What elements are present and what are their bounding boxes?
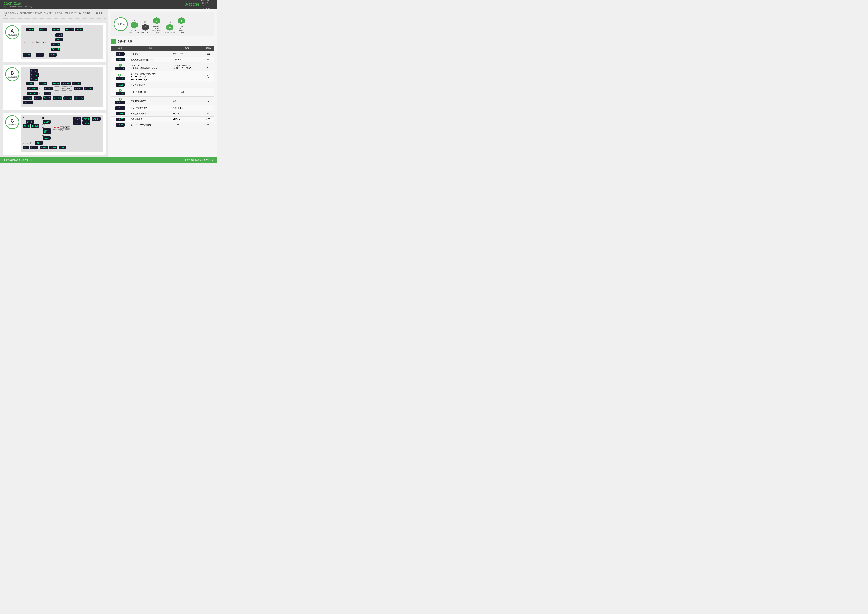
lcd-5c4: 5c: 4: [43, 96, 51, 100]
desc-cell: 选择Star-Delta电机使用: [129, 122, 172, 127]
lcd-ar5: Ar: 5.: [91, 117, 101, 121]
up-button-c[interactable]: ▲UP: [60, 126, 65, 129]
b-row-label-4: 4): [39, 93, 42, 95]
product-num-5: 5): [181, 14, 182, 16]
arrow-c-l: ←: [54, 126, 56, 129]
b-row-label-1: 1): [23, 88, 26, 90]
range-cell: 50, 60: [172, 111, 202, 116]
arrow-icon-b: →: [23, 82, 25, 85]
sub-items: 1) ct5Et 3) Pr: 1 5Ec: 1: [51, 33, 64, 52]
up-button[interactable]: ▲UP: [36, 41, 41, 43]
section-b-block: B 电流相关设置 tccth tcc:ln tccno →: [3, 65, 106, 110]
product-num-3: 3): [156, 14, 158, 16]
section-c-letter: C: [11, 118, 14, 123]
range-cell: YE, no: [172, 122, 202, 127]
desc-cell: 设定密码: [129, 51, 172, 57]
section-a-nav-row: ← → →→ ▲UP ▼DN 1) ct5Et: [23, 33, 101, 52]
mode-lcd: E7 Et: [116, 77, 125, 80]
up-button-b[interactable]: ▲UP: [61, 87, 66, 90]
mode-cell: F5oFF: [111, 116, 129, 122]
mode-cell: Ph3Ph: [111, 57, 129, 62]
section-c-content: A → 595cF tE5t FduLt B 1 5Et C-❶: [21, 115, 103, 152]
mode-lcd: 5d no: [116, 123, 125, 127]
lcd-lfd: LFd: [23, 146, 29, 149]
desc-cell: 设定1次侧CT比率: [129, 88, 172, 96]
hexagon-4: 4: [166, 24, 174, 31]
lcd-jh4: Jh: 4: [34, 96, 42, 100]
dn-button-b[interactable]: ▼DN: [66, 87, 71, 90]
b-row-label-1c: 1): [23, 93, 26, 95]
lcd-jt5: Jt: 5.: [23, 96, 32, 100]
desc-cell: ET In / Et 设定漏电，接地故障保护电流值: [129, 62, 172, 71]
sub-row-3: 5Ec: 1: [51, 42, 64, 47]
dn-button[interactable]: ▼DN: [42, 41, 47, 43]
section-c-circle: C 配置辅助功能: [5, 115, 19, 129]
sub-row-2: 3) Pr: 1: [51, 38, 64, 42]
lcd-pr: Pr: 1: [56, 38, 64, 42]
product-item-5: 5) 5 FDEFEZFEBZFE420: [178, 14, 185, 34]
c-sub-label-2: C-❷: [60, 130, 64, 132]
model-list: - 3DE / FDE - 3EBZ /FEBZ - 3EZ / FEZ - 3…: [201, 0, 214, 10]
lcd-rhoff: rhoFF: [49, 146, 57, 149]
mode-lcd: 5Ec: 1: [115, 101, 125, 104]
hexagon-1: 1: [131, 22, 138, 28]
default-cell: 1: [202, 105, 214, 111]
lcd-rpoff: rPoFF: [52, 82, 60, 85]
dn-button-c[interactable]: ▼DN: [65, 126, 70, 129]
product-item-2: 2) 2 3DE / FDE: [141, 21, 149, 34]
table-title: 系统相关设置: [118, 40, 132, 43]
footer-left: 上海韩施电气自动化设备有限公司: [3, 159, 33, 161]
header-right: EOCR - 3DE / FDE - 3EBZ /FEBZ - 3EZ / FE…: [185, 0, 214, 10]
desc-cell: 设定1次侧贯通次数: [129, 105, 172, 111]
product-item-4: 4) 4 3E420 / FE420: [165, 21, 175, 34]
table-row: 3Pr: 1设定1次侧CT比率1, 10 ～ 8001: [111, 88, 214, 96]
default-cell: no: [202, 122, 214, 127]
range-cell: [172, 71, 202, 82]
table-header-row: A 系统相关设置: [111, 39, 214, 44]
lcd-f5off: F5oFF: [36, 53, 44, 57]
b-top-items: tccth tcc:ln tccno: [30, 69, 101, 81]
table-row: 5d no选择Star-Delta电机使用YE, nono: [111, 122, 214, 127]
left-panel: 一因为安全的原因，只有 电机 的时 能 行 有的设定， 电机运转中只能 设定值.…: [0, 9, 108, 157]
footer-right: 上海韩施电气自动化设备有限公司: [184, 159, 214, 161]
b-nav-box: ← → ▲UP ▼DN: [54, 87, 73, 91]
default-cell: 2.5: [202, 62, 214, 71]
mode-cell: 1 *E7 Et: [111, 71, 129, 82]
lcd-ub50: Ub: 50: [53, 96, 62, 100]
c-row-label-2: 2) AL: 50: [42, 126, 51, 134]
section-c-diagram: A → 595cF tE5t FduLt B 1 5Et C-❶: [21, 115, 103, 152]
default-cell: 000: [202, 51, 214, 57]
section-a-diagram: → 595cF → Pd--- → Ph3Ph → EF: 25 E7 Et *: [21, 25, 103, 59]
lcd-tccde: tccdE: [39, 82, 47, 85]
section-b-content: tccth tcc:ln tccno → 1 5Et → tccdE → rPo…: [21, 67, 103, 107]
default-cell: 60: [202, 111, 214, 116]
b-ubt-row: Ubt: 5.: [23, 101, 101, 105]
product-text-3: 3DE / FDE3EZ / FEZ3E420 / FE42005 范围: [152, 25, 162, 34]
product-text-4: 3E420 / FE420: [165, 32, 175, 34]
mode-lcd: Fr960: [116, 112, 125, 115]
section-c-block: C 配置辅助功能 A → 595cF tE5t FduLt: [3, 113, 106, 155]
c-col-b: B 1 5Et C-❶ 2) AL: 50 2) ALono: [42, 117, 51, 140]
section-b-letter: B: [11, 71, 14, 76]
footer: 上海韩施电气自动化设备有限公司 上海韩施电气自动化设备有限公司: [0, 157, 217, 163]
table-section: A 系统相关设置 模式 说明 范围 默认值 Pd---设定密码000 ～ 999…: [111, 39, 214, 155]
row-label-3a: 3): [51, 39, 54, 41]
c-label-a: A: [23, 117, 40, 119]
lcd-r5-10: r5 10: [43, 92, 51, 95]
c-nav-box: ← → ▲UP ▼DN: [53, 125, 71, 130]
section-b-label: 电流相关设置: [8, 76, 17, 78]
table-row: Pd5: 1设定1次侧贯通次数1, 2, 3, 4, 51: [111, 105, 214, 111]
lcd-oc50: oc: 50: [61, 82, 71, 85]
lcd-pd: Pd---: [39, 28, 47, 31]
product-circle-label: 适用产品: [117, 23, 125, 25]
row-badge: 1: [119, 64, 122, 67]
lcd-clrth: cLrth: [30, 146, 38, 149]
mode-lcd: F5oFF: [116, 118, 125, 121]
range-cell: cFF, on: [172, 116, 202, 122]
lcd-ec006: Ec-006: [43, 87, 53, 90]
hexagon-2: 2: [142, 24, 149, 31]
arrow-icon: →: [36, 28, 38, 31]
hexagon-3: 3: [153, 17, 160, 24]
section-b-circle: B 电流相关设置: [5, 67, 19, 81]
b-main-row: → 1 5Et → tccdE → rPoFF oc: 50 dt: 5.: [23, 82, 101, 86]
